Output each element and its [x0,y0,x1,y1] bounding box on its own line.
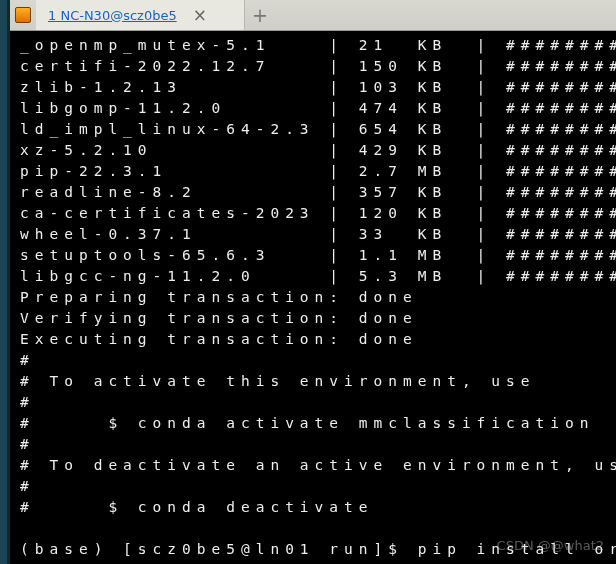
new-tab-button[interactable]: + [245,0,275,30]
close-icon[interactable]: × [189,5,211,25]
titlebar: 1 NC-N30@scz0be5 × + [10,0,616,31]
watermark: CSDN @@what2 [497,535,604,556]
terminal-output[interactable]: _openmp_mutex-5.1 | 21 KB | ########## c… [10,31,616,564]
tab-title: 1 NC-N30@scz0be5 [48,8,177,23]
system-menu-icon[interactable] [10,0,36,30]
tab-active[interactable]: 1 NC-N30@scz0be5 × [36,0,245,30]
terminal-window: 1 NC-N30@scz0be5 × + _openmp_mutex-5.1 |… [10,0,616,564]
